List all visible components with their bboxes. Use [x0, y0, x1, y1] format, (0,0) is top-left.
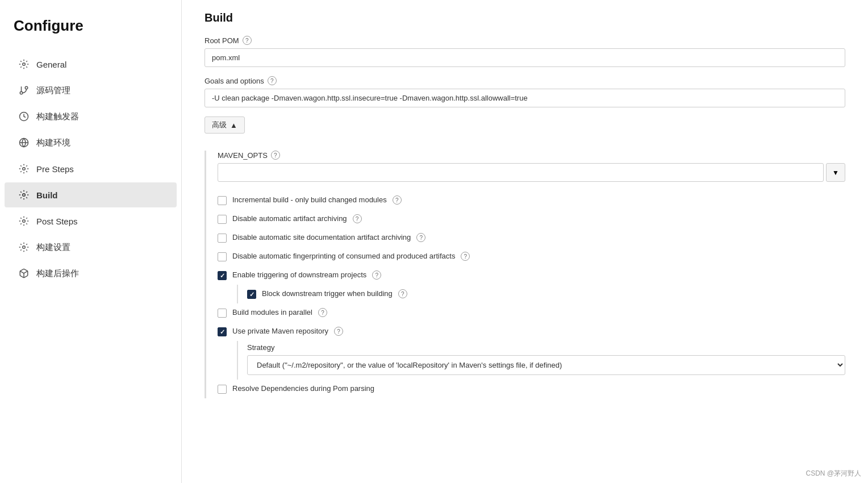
section-title: Build: [205, 11, 845, 24]
checkbox-build-parallel: Build modules in parallel ?: [218, 303, 845, 322]
incremental-label: Incremental build - only build changed m…: [232, 195, 387, 204]
svg-point-0: [23, 63, 26, 66]
incremental-help-icon[interactable]: ?: [393, 195, 402, 205]
svg-point-10: [23, 246, 26, 249]
gear-icon-build: [18, 189, 30, 201]
disable-archiving-help-icon[interactable]: ?: [353, 214, 362, 223]
private-maven-checkbox[interactable]: [218, 327, 227, 336]
sidebar-item-build-trigger[interactable]: 构建触发器: [5, 104, 177, 129]
root-pom-help-icon[interactable]: ?: [243, 36, 252, 45]
build-parallel-checkbox[interactable]: [218, 309, 227, 318]
goals-label: Goals and options ?: [205, 76, 845, 85]
enable-downstream-label: Enable triggering of downstream projects: [232, 270, 366, 279]
cube-icon: [18, 268, 30, 279]
sidebar-item-pre-steps[interactable]: Pre Steps: [5, 156, 177, 181]
disable-site-help-icon[interactable]: ?: [416, 233, 425, 242]
svg-point-9: [23, 220, 26, 223]
strategy-label: Strategy: [247, 343, 845, 352]
sidebar-item-build[interactable]: Build: [5, 182, 177, 207]
build-parallel-help-icon[interactable]: ?: [318, 308, 327, 317]
maven-opts-row: ▼: [218, 163, 845, 182]
gear-icon-post: [18, 215, 30, 227]
resolve-deps-checkbox[interactable]: [218, 385, 227, 394]
svg-point-3: [20, 91, 23, 94]
sidebar-item-post-build[interactable]: 构建后操作: [5, 261, 177, 286]
root-pom-input[interactable]: [205, 48, 845, 67]
strategy-select[interactable]: Default ("~/.m2/repository", or the valu…: [247, 355, 845, 375]
disable-fingerprinting-help-icon[interactable]: ?: [461, 252, 470, 261]
checkbox-disable-site: Disable automatic site documentation art…: [218, 228, 845, 247]
disable-archiving-checkbox[interactable]: [218, 215, 227, 224]
advanced-label: 高级: [212, 120, 227, 130]
enable-downstream-checkbox[interactable]: [218, 271, 227, 280]
checkbox-disable-fingerprinting: Disable automatic fingerprinting of cons…: [218, 247, 845, 266]
maven-opts-help-icon[interactable]: ?: [271, 151, 280, 160]
gear-icon-pre: [18, 163, 30, 174]
block-downstream-checkbox[interactable]: [247, 290, 256, 299]
sidebar-label-trigger: 构建触发器: [36, 111, 79, 122]
maven-opts-label: MAVEN_OPTS ?: [218, 151, 845, 160]
strategy-section: Strategy Default ("~/.m2/repository", or…: [237, 341, 845, 380]
gear-icon-settings: [18, 242, 30, 253]
build-parallel-label: Build modules in parallel: [232, 308, 312, 317]
sidebar-label-post-steps: Post Steps: [36, 216, 78, 226]
advanced-button[interactable]: 高级 ▲: [205, 116, 245, 134]
sidebar-label-source: 源码管理: [36, 85, 70, 96]
disable-fingerprinting-checkbox[interactable]: [218, 252, 227, 261]
advanced-section: MAVEN_OPTS ? ▼ Incremental build - only …: [205, 151, 845, 398]
disable-site-checkbox[interactable]: [218, 234, 227, 243]
chevron-up-icon: ▲: [230, 121, 237, 130]
root-pom-label: Root POM ?: [205, 36, 845, 45]
watermark: CSDN @茅河野人: [806, 469, 861, 478]
sidebar-label-build: Build: [36, 190, 58, 200]
sidebar-label-build-settings: 构建设置: [36, 242, 70, 253]
checkbox-block-downstream: Block downstream trigger when building ?: [237, 285, 845, 303]
block-downstream-help-icon[interactable]: ?: [398, 289, 407, 298]
block-downstream-label: Block downstream trigger when building: [262, 289, 393, 298]
checkbox-enable-downstream: Enable triggering of downstream projects…: [218, 266, 845, 285]
sidebar-label-post-build: 构建后操作: [36, 268, 79, 279]
incremental-checkbox[interactable]: [218, 196, 227, 205]
sidebar-label-pre-steps: Pre Steps: [36, 164, 74, 174]
sidebar: Configure General 源码管理 构建触发器 构建环境 Pre St…: [0, 0, 182, 483]
checkbox-resolve-deps: Resolve Dependencies during Pom parsing: [218, 380, 845, 398]
goals-input[interactable]: [205, 89, 845, 107]
goals-help-icon[interactable]: ?: [268, 76, 277, 85]
maven-opts-input[interactable]: [218, 163, 824, 182]
gear-icon: [18, 59, 30, 70]
main-content: Build Root POM ? Goals and options ? 高级 …: [182, 0, 868, 483]
sidebar-item-post-steps[interactable]: Post Steps: [5, 209, 177, 234]
disable-site-label: Disable automatic site documentation art…: [232, 233, 411, 242]
globe-icon: [18, 137, 30, 148]
sidebar-label-general: General: [36, 60, 66, 69]
sidebar-title: Configure: [0, 17, 181, 51]
svg-point-2: [25, 86, 28, 89]
sidebar-item-build-env[interactable]: 构建环境: [5, 130, 177, 155]
private-maven-help-icon[interactable]: ?: [334, 327, 343, 336]
clock-icon: [18, 111, 30, 122]
disable-archiving-label: Disable automatic artifact archiving: [232, 214, 347, 223]
private-maven-label: Use private Maven repository: [232, 327, 328, 335]
sidebar-item-source-management[interactable]: 源码管理: [5, 78, 177, 103]
checkbox-incremental: Incremental build - only build changed m…: [218, 191, 845, 210]
sidebar-item-build-settings[interactable]: 构建设置: [5, 235, 177, 260]
maven-opts-dropdown[interactable]: ▼: [826, 163, 845, 182]
checkbox-disable-archiving: Disable automatic artifact archiving ?: [218, 210, 845, 228]
branch-icon: [18, 85, 30, 96]
svg-point-7: [23, 168, 26, 170]
enable-downstream-help-icon[interactable]: ?: [372, 270, 381, 280]
resolve-deps-label: Resolve Dependencies during Pom parsing: [232, 384, 374, 393]
sidebar-label-env: 构建环境: [36, 138, 70, 148]
disable-fingerprinting-label: Disable automatic fingerprinting of cons…: [232, 252, 455, 260]
sidebar-item-general[interactable]: General: [5, 52, 177, 77]
svg-point-8: [23, 194, 26, 197]
checkbox-private-maven: Use private Maven repository ?: [218, 322, 845, 341]
